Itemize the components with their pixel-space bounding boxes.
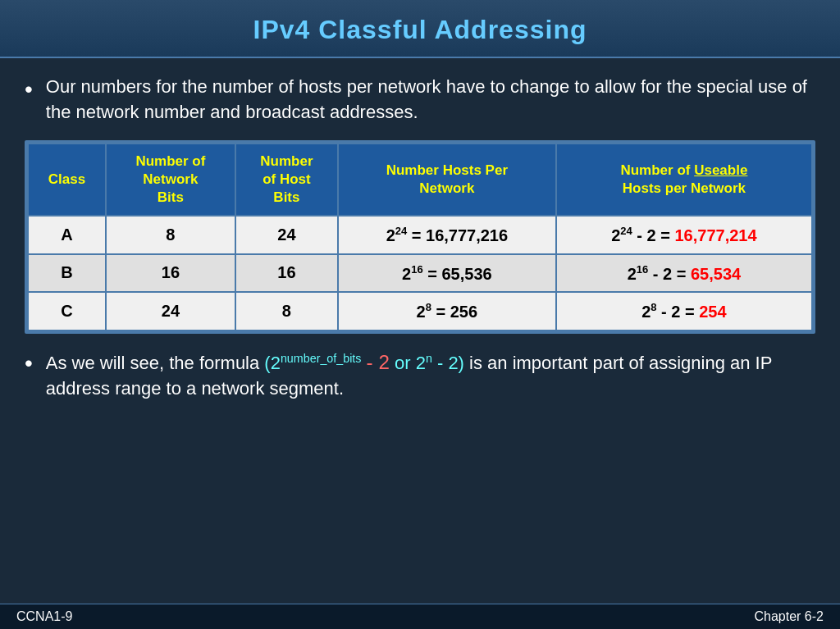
- col-useable-hosts: Number of UseableHosts per Network: [556, 144, 812, 216]
- cell-host-bits-b: 16: [235, 254, 338, 293]
- footer: CCNA1-9 Chapter 6-2: [0, 604, 840, 629]
- cell-useable-c: 28 - 2 = 254: [556, 292, 812, 330]
- cell-hosts-a: 224 = 16,777,216: [338, 216, 556, 254]
- classful-table: Class Number ofNetworkBits Numberof Host…: [27, 143, 813, 331]
- cell-network-bits-a: 8: [106, 216, 235, 254]
- footer-right: Chapter 6-2: [755, 609, 824, 624]
- bullet-2: • As we will see, the formula (2number_o…: [25, 349, 815, 402]
- cell-useable-b: 216 - 2 = 65,534: [556, 254, 812, 293]
- table-row: A 8 24 224 = 16,777,216 224 - 2 = 16,777…: [28, 216, 812, 254]
- cell-class-b: B: [28, 254, 106, 293]
- formula-display: (2number_of_bits - 2 or 2n - 2): [264, 353, 464, 373]
- header: IPv4 Classful Addressing: [0, 0, 840, 58]
- page-title: IPv4 Classful Addressing: [16, 15, 824, 45]
- cell-useable-a: 224 - 2 = 16,777,214: [556, 216, 812, 254]
- bullet2-prefix: As we will see, the formula: [46, 353, 265, 373]
- cell-class-c: C: [28, 292, 106, 330]
- footer-left: CCNA1-9: [16, 609, 72, 624]
- bullet-dot-2: •: [25, 347, 33, 379]
- col-network-bits: Number ofNetworkBits: [106, 144, 235, 216]
- col-class: Class: [28, 144, 106, 216]
- col-host-bits: Numberof HostBits: [235, 144, 338, 216]
- table-header-row: Class Number ofNetworkBits Numberof Host…: [28, 144, 812, 216]
- bullet-text-1: Our numbers for the number of hosts per …: [46, 75, 815, 125]
- cell-hosts-c: 28 = 256: [338, 292, 556, 330]
- cell-network-bits-b: 16: [106, 254, 235, 293]
- bullet-dot-1: •: [25, 73, 33, 105]
- bullet-text-2: As we will see, the formula (2number_of_…: [46, 349, 815, 402]
- cell-host-bits-a: 24: [235, 216, 338, 254]
- cell-network-bits-c: 24: [106, 292, 235, 330]
- cell-class-a: A: [28, 216, 106, 254]
- table-row: B 16 16 216 = 65,536 216 - 2 = 65,534: [28, 254, 812, 293]
- cell-host-bits-c: 8: [235, 292, 338, 330]
- table-container: Class Number ofNetworkBits Numberof Host…: [25, 140, 815, 334]
- bullet-1: • Our numbers for the number of hosts pe…: [25, 75, 815, 125]
- col-hosts-per-network: Number Hosts PerNetwork: [338, 144, 556, 216]
- table-row: C 24 8 28 = 256 28 - 2 = 254: [28, 292, 812, 330]
- content: • Our numbers for the number of hosts pe…: [0, 58, 840, 425]
- cell-hosts-b: 216 = 65,536: [338, 254, 556, 293]
